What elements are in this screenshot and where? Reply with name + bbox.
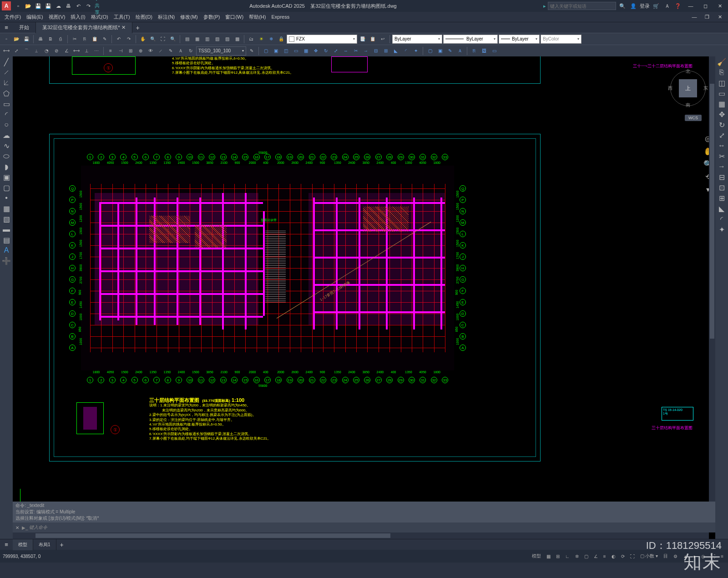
image-icon[interactable]: 🖼 [480,46,489,56]
props-icon[interactable]: ▤ [182,35,192,44]
trim-icon[interactable]: ✂ [351,46,360,56]
appstore-icon[interactable]: Ａ [663,2,671,10]
layer-props-icon[interactable]: 🗂 [247,35,256,44]
markup-icon[interactable]: ▨ [222,35,232,44]
cleanscreen-icon[interactable]: ⛶ [709,553,717,560]
menu-edit[interactable]: 编辑(E) [24,13,46,21]
pan-icon[interactable]: ✋ [138,35,147,44]
dim-ord-icon[interactable]: ⟂ [32,46,41,56]
r-break-icon[interactable]: ⊡ [717,183,726,192]
modelspace-btn[interactable]: 模型 [530,552,543,560]
open-icon[interactable]: 📂 [25,2,32,10]
r-mirror-icon[interactable]: ◫ [717,78,726,87]
polar-toggle-icon[interactable]: ✲ [573,553,581,560]
doc-restore-icon[interactable]: ❐ [701,12,713,22]
zoom-prev-icon[interactable]: 🔍 [168,35,177,44]
menu-modify[interactable]: 修改(M) [177,13,201,21]
mirror-icon[interactable]: ◫ [281,46,290,56]
vertical-scroll-thumb[interactable] [710,84,714,339]
lwt-toggle-icon[interactable]: ≡ [602,553,608,560]
menu-param[interactable]: 参数(P) [201,13,223,21]
insert-icon[interactable]: ▣ [2,172,11,182]
osnap-toggle-icon[interactable]: ▢ [582,553,590,560]
layer-match-icon[interactable]: 📋 [368,35,377,44]
quickcalc-icon[interactable]: ▩ [233,35,242,44]
sheet-set-icon[interactable]: ▧ [212,35,222,44]
layer-freeze-icon[interactable]: ❄ [267,35,276,44]
fillet-icon[interactable]: ◜ [401,46,410,56]
dim-space-icon[interactable]: ≡ [106,46,115,56]
layer-sun-icon[interactable]: ☀ [257,35,266,44]
command-input[interactable]: ✕ ▶_ 键入命令 [13,522,715,532]
table-icon[interactable]: ▤ [2,235,11,244]
isolate-icon[interactable]: ◎ [699,553,707,560]
extend-icon[interactable]: → [361,46,370,56]
quickprops-icon[interactable]: 目 [662,552,670,560]
hardware-icon[interactable]: ● [691,553,698,560]
workspace-icon[interactable]: ⚙ [672,553,679,560]
r-explode-icon[interactable]: ✦ [717,225,726,234]
chamfer-icon[interactable]: ◣ [391,46,400,56]
redo-btn-icon[interactable]: ↷ [124,35,133,44]
dim-continue-icon[interactable]: ⋯ [92,46,101,56]
layer-prev-icon[interactable]: ↩ [378,35,387,44]
r-erase-icon[interactable]: 🧹 [717,57,726,66]
r-move-icon[interactable]: ✥ [717,110,726,119]
menu-help[interactable]: 帮助(H) [246,13,268,21]
undo-btn-icon[interactable]: ↶ [114,35,123,44]
r-chamfer-icon[interactable]: ◣ [717,204,726,213]
r-fillet-icon[interactable]: ◜ [717,214,726,223]
r-offset-icon[interactable]: ▭ [717,89,726,98]
dim-aligned-icon[interactable]: ⤢ [12,46,21,56]
zoom-rt-icon[interactable]: 🔍 [148,35,157,44]
tab-model[interactable]: 模型 [13,539,33,550]
help-search-input[interactable] [548,2,616,10]
copy-obj-icon[interactable]: ▣ [271,46,280,56]
info-icon[interactable]: ❓ [674,2,682,10]
grid-toggle-icon[interactable]: ▦ [545,553,552,560]
doc-close-icon[interactable]: ✕ [713,12,726,22]
maximize-icon[interactable]: ◻ [699,1,712,11]
hatch-icon[interactable]: ▦ [2,204,11,213]
revcloud-icon[interactable]: ☁ [2,131,11,140]
dim-style-dropdown[interactable]: TSSD_100_100▾ [196,46,246,56]
dim-angular-icon[interactable]: ∠ [62,46,71,56]
close-icon[interactable]: ✕ [713,1,726,11]
explode-icon[interactable]: ✦ [411,46,420,56]
model-canvas[interactable]: ① 4.'////'所示地面的挑板均做:板厚按标示,δ=0.50。 5.移楼板处… [13,56,715,539]
block-icon[interactable]: ▢ [2,183,11,192]
addselected-icon[interactable]: ➕ [2,256,11,265]
dim-style-btn-icon[interactable]: ✎ [247,46,256,56]
attdef-icon[interactable]: Ａ [455,46,465,56]
menu-express[interactable]: Express [268,13,292,20]
publish-icon[interactable]: ⎙ [56,35,65,44]
r-join-icon[interactable]: ⊞ [717,193,726,203]
inspect-icon[interactable]: 👁 [146,46,155,56]
viewcube[interactable]: 北 南 东 西 上 [670,70,706,106]
r-breakpt-icon[interactable]: ⊟ [717,172,726,182]
tab-start[interactable]: 开始 [13,22,36,33]
save-icon[interactable]: 💾 [35,2,42,10]
dim-edit-icon[interactable]: ✎ [166,46,175,56]
custom-icon[interactable]: ≡ [719,553,725,560]
tab-add-button[interactable]: + [132,24,143,31]
ortho-toggle-icon[interactable]: ∟ [563,553,571,560]
cmd-close-icon[interactable]: ✕ [15,525,19,530]
scale-icon[interactable]: ⤢ [331,46,340,56]
block-edit-icon[interactable]: ✎ [445,46,455,56]
r-array-icon[interactable]: ▦ [717,99,726,108]
menu-view[interactable]: 视图(V) [46,13,68,21]
minimize-icon[interactable]: — [684,1,697,11]
coords-readout[interactable]: 799993, 438507, 0 [3,554,40,559]
transparency-icon[interactable]: ◐ [610,553,617,560]
vertical-scrollbar[interactable] [709,56,715,532]
paste-icon[interactable]: 📋 [90,35,99,44]
point-icon[interactable]: • [2,193,11,203]
app-menu-icon[interactable]: ≡ [0,24,13,31]
lineweight-dropdown[interactable]: ByLayer▾ [499,35,540,44]
new-icon[interactable]: ▫ [15,2,22,10]
layer-dropdown[interactable]: FZX▾ [287,35,357,44]
search-icon[interactable]: 🔍 [619,2,626,10]
units-dropdown[interactable]: ▢ 小数 ▾ [638,552,660,560]
polygon-icon[interactable]: ⬠ [2,89,11,98]
